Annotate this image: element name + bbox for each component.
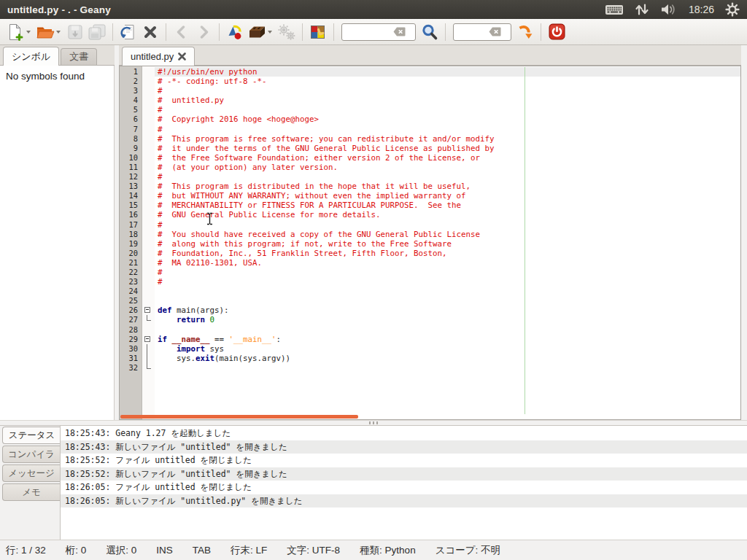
goto-line-button[interactable] [514, 21, 536, 43]
line-number[interactable]: 10 [120, 153, 142, 163]
line-number[interactable]: 29 [120, 335, 142, 344]
code-text[interactable]: # untitled.py [155, 96, 740, 105]
code-text[interactable]: # [155, 277, 740, 287]
code-line[interactable]: 32 [120, 363, 740, 373]
code-text[interactable] [155, 287, 740, 296]
fold-marker-end[interactable] [142, 315, 155, 324]
code-line[interactable]: 4# untitled.py [120, 96, 740, 105]
build-dropdown-icon[interactable] [268, 31, 272, 34]
code-text[interactable]: # Foundation, Inc., 51 Franklin Street, … [155, 249, 740, 258]
fold-marker-end[interactable] [142, 363, 155, 373]
line-number[interactable]: 16 [120, 210, 142, 219]
network-updown-icon[interactable] [635, 3, 649, 16]
code-line[interactable]: 15# MERCHANTABILITY or FITNESS FOR A PAR… [120, 201, 740, 210]
line-number[interactable]: 1 [120, 67, 142, 77]
code-text[interactable] [155, 296, 740, 306]
tab-close-icon[interactable] [178, 52, 186, 61]
code-text[interactable]: # [155, 268, 740, 277]
line-number[interactable]: 12 [120, 172, 142, 182]
goto-clear-icon[interactable] [489, 27, 501, 36]
code-line[interactable]: 25 [120, 296, 740, 306]
save-button[interactable] [64, 21, 86, 43]
line-number[interactable]: 24 [120, 287, 142, 296]
editor-tab-untitled-py[interactable]: untitled.py [122, 47, 195, 66]
code-text[interactable]: # [155, 220, 740, 230]
code-text[interactable]: # [155, 125, 740, 134]
volume-icon[interactable] [660, 3, 678, 16]
line-number[interactable]: 17 [120, 220, 142, 230]
message-tab-compiler[interactable]: コンパイラ [2, 446, 60, 463]
session-gear-icon[interactable] [725, 2, 740, 17]
code-line[interactable]: 3# [120, 86, 740, 96]
code-text[interactable]: # the Free Software Foundation; either v… [155, 153, 740, 163]
line-number[interactable]: 8 [120, 134, 142, 144]
open-file-button[interactable] [34, 21, 56, 43]
line-number[interactable]: 23 [120, 277, 142, 287]
line-number[interactable]: 32 [120, 363, 142, 373]
msgwin-pane-handle[interactable] [0, 420, 747, 426]
build-button[interactable] [246, 21, 268, 43]
line-number[interactable]: 31 [120, 354, 142, 363]
line-number[interactable]: 7 [120, 125, 142, 134]
message-row[interactable]: 18:25:52: 新しいファイル "untitled" を開きました [61, 467, 747, 481]
status-message-list[interactable]: 18:25:43: Geany 1.27 を起動しました18:25:43: 新し… [60, 426, 747, 540]
message-tab-notes[interactable]: メモ [2, 483, 60, 501]
save-all-button[interactable] [86, 21, 108, 43]
code-line[interactable]: 10# the Free Software Foundation; either… [120, 153, 740, 163]
message-row[interactable]: 18:25:52: ファイル untitled を閉じました [61, 454, 747, 467]
code-text[interactable]: def main(args): [155, 306, 740, 315]
code-editor[interactable]: 1#!/usr/bin/env python2# -*- coding: utf… [119, 66, 741, 420]
goto-line-input[interactable] [457, 26, 489, 39]
code-text[interactable]: # You should have received a copy of the… [155, 230, 740, 239]
code-text[interactable]: sys.exit(main(sys.argv)) [155, 354, 740, 363]
message-row[interactable]: 18:26:05: 新しいファイル "untitled.py" を開きました [61, 494, 747, 508]
code-text[interactable]: import sys [155, 344, 740, 354]
line-number[interactable]: 9 [120, 144, 142, 153]
code-text[interactable]: # [155, 105, 740, 114]
code-text[interactable]: # [155, 172, 740, 182]
code-text[interactable]: return 0 [155, 315, 740, 324]
code-text[interactable]: if __name__ == '__main__': [155, 335, 740, 344]
search-clear-icon[interactable] [393, 27, 406, 36]
fold-marker-start[interactable] [142, 306, 155, 315]
message-row[interactable]: 18:25:43: 新しいファイル "untitled" を開きました [61, 440, 747, 454]
line-number[interactable]: 5 [120, 105, 142, 114]
code-line[interactable]: 11# (at your option) any later version. [120, 163, 740, 172]
code-line[interactable]: 30 import sys [120, 344, 740, 354]
line-number[interactable]: 13 [120, 182, 142, 191]
new-file-button[interactable] [4, 21, 26, 43]
line-number[interactable]: 15 [120, 201, 142, 210]
revert-button[interactable] [117, 21, 139, 43]
open-file-dropdown-icon[interactable] [56, 31, 61, 34]
color-chooser-button[interactable] [307, 21, 329, 43]
code-text[interactable]: #!/usr/bin/env python [155, 67, 740, 77]
line-number[interactable]: 2 [120, 77, 142, 86]
code-text[interactable]: # (at your option) any later version. [155, 163, 740, 172]
line-number[interactable]: 18 [120, 230, 142, 239]
line-number[interactable]: 25 [120, 296, 142, 306]
close-document-button[interactable] [139, 21, 161, 43]
line-number[interactable]: 3 [120, 86, 142, 96]
tray-clock[interactable]: 18:26 [689, 4, 714, 15]
message-row[interactable]: 18:25:43: Geany 1.27 を起動しました [61, 427, 747, 440]
code-line[interactable]: 5# [120, 105, 740, 114]
code-text[interactable]: # MA 02110-1301, USA. [155, 258, 740, 268]
code-text[interactable]: # MERCHANTABILITY or FITNESS FOR A PARTI… [155, 201, 740, 210]
line-number[interactable]: 21 [120, 258, 142, 268]
code-text[interactable]: # -*- coding: utf-8 -*- [155, 77, 740, 86]
code-line[interactable]: 20# Foundation, Inc., 51 Franklin Street… [120, 249, 740, 258]
sidebar-tab-symbols[interactable]: シンボル [3, 47, 59, 66]
code-line[interactable]: 8# This program is free software; you ca… [120, 134, 740, 144]
message-row[interactable]: 18:26:05: ファイル untitled を閉じました [61, 481, 747, 494]
compile-button[interactable] [224, 21, 246, 43]
code-text[interactable]: # This program is free software; you can… [155, 134, 740, 144]
code-line[interactable]: 21# MA 02110-1301, USA. [120, 258, 740, 268]
line-number[interactable]: 19 [120, 239, 142, 249]
code-line[interactable]: 1#!/usr/bin/env python [120, 67, 740, 77]
code-text[interactable]: # but WITHOUT ANY WARRANTY; without even… [155, 191, 740, 201]
code-line[interactable]: 29if __name__ == '__main__': [120, 335, 740, 344]
code-line[interactable]: 23# [120, 277, 740, 287]
message-tab-messages[interactable]: メッセージ [2, 464, 60, 482]
code-line[interactable]: 13# This program is distributed in the h… [120, 182, 740, 191]
code-line[interactable]: 18# You should have received a copy of t… [120, 230, 740, 239]
